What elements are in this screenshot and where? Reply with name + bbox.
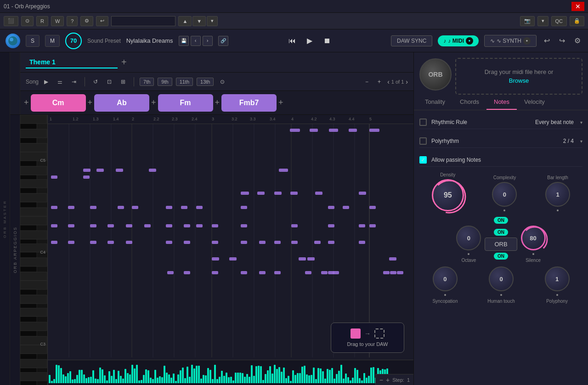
velocity-bar (182, 368, 184, 383)
polyphony-label: Polyphony (546, 299, 568, 304)
song-play-btn[interactable]: ▶ (41, 77, 51, 86)
note (107, 241, 114, 244)
add-theme-button[interactable]: + (121, 57, 127, 68)
settings-button[interactable]: ⚙ (572, 34, 582, 47)
octave-knob[interactable]: 0 (456, 226, 481, 250)
note (68, 206, 74, 209)
note (321, 271, 328, 274)
pattern-btn[interactable]: ⊡ (104, 77, 114, 86)
human-touch-knob[interactable]: 0 (489, 266, 514, 291)
preset-prev[interactable]: ‹ (191, 36, 201, 46)
thirteenth-btn[interactable]: 13th (197, 78, 214, 86)
zoom-in-btn[interactable]: + (375, 77, 384, 86)
r-button[interactable]: R (36, 16, 48, 26)
page-prev-btn[interactable]: ‹ (387, 78, 390, 85)
silence-knob[interactable]: 80 (521, 226, 546, 250)
velocity-bar (249, 377, 250, 383)
tab-velocity[interactable]: Velocity (517, 95, 552, 110)
toolbar-btn4[interactable]: ⚙ (80, 16, 93, 26)
tab-chords[interactable]: Chords (452, 95, 486, 110)
chord-add-btn-1[interactable]: + (86, 98, 95, 108)
ruler-42: 4.2 (311, 117, 317, 121)
synth-button[interactable]: ∿ ∿ SYNTH ● (484, 35, 537, 47)
toolbar-dropdown[interactable]: ▾ (537, 16, 548, 26)
complexity-dot (503, 209, 505, 211)
note (241, 224, 247, 227)
rhythmic-rule-checkbox[interactable] (419, 119, 427, 126)
midi-drop-area[interactable]: Drag your midi file here or Browse (455, 58, 582, 95)
chord-add-btn-3[interactable]: + (213, 98, 222, 108)
close-button[interactable]: ✕ (571, 2, 584, 11)
arrow-up[interactable]: ▲ (178, 16, 192, 26)
grid-btn[interactable]: ⊞ (118, 77, 128, 86)
chord-pill-fmb7[interactable]: Fmb7 (221, 94, 277, 112)
rhythmic-rule-dropdown[interactable]: ▾ (580, 120, 582, 125)
note (310, 129, 318, 132)
arrow-dropdown[interactable]: ▾ (207, 16, 218, 26)
chord-pill-ab[interactable]: Ab (94, 94, 149, 112)
zoom-out-btn[interactable]: − (362, 77, 371, 86)
w-button[interactable]: W (51, 16, 64, 26)
theme-tab[interactable]: Theme 1 (26, 57, 118, 68)
polyrhythm-checkbox[interactable] (419, 137, 427, 145)
orb-big-btn[interactable]: ORB (485, 238, 517, 251)
page-next-btn[interactable]: › (406, 78, 408, 85)
toolbar-search[interactable] (111, 16, 175, 26)
toolbar-lock[interactable]: 🔒 (570, 16, 584, 26)
help-button[interactable]: ? (67, 16, 78, 26)
step-plus-btn[interactable]: + (386, 376, 390, 384)
preset-next[interactable]: › (203, 36, 213, 46)
chord-add-btn-2[interactable]: + (149, 98, 158, 108)
polyrhythm-dropdown[interactable]: ▾ (580, 139, 582, 144)
drag-to-daw-label: Drag to your DAW (347, 341, 388, 347)
circle-btn[interactable]: ⊙ (217, 77, 227, 86)
midi-browse-link[interactable]: Browse (509, 77, 529, 84)
daw-sync-button[interactable]: DAW SYNC (391, 35, 432, 46)
refresh-btn[interactable]: ↺ (90, 77, 101, 86)
toolbar-icon1[interactable]: ⬛ (4, 16, 18, 26)
preset-save[interactable]: 💾 (179, 36, 189, 46)
midi-button[interactable]: ♪ ♪ MIDI ● (438, 35, 479, 46)
polyphony-value: 1 (555, 276, 559, 283)
velocity-bar (193, 368, 195, 383)
toolbar-camera[interactable]: 📷 (520, 16, 535, 26)
arrow-down[interactable]: ▼ (192, 16, 206, 26)
roll-area[interactable]: 1 1.2 1.3 1.4 2 2.2 2.3 2.4 3 3.2 3.3 3.… (48, 115, 413, 385)
bars-btn[interactable]: ⚌ (55, 77, 65, 86)
ninth-btn[interactable]: 9th (158, 78, 172, 86)
note (314, 241, 321, 244)
transport-stop[interactable]: ⏹ (321, 35, 334, 47)
tab-notes[interactable]: Notes (486, 95, 517, 110)
step-minus-btn[interactable]: − (379, 376, 383, 384)
velocity-bar (331, 368, 333, 383)
bpm-display[interactable]: 70 (65, 33, 82, 49)
chord-pill-cm[interactable]: Cm (31, 94, 86, 112)
polyphony-knob[interactable]: 1 (545, 266, 570, 291)
back-button[interactable]: ↩ (96, 16, 108, 26)
bar-length-knob[interactable]: 1 (545, 182, 570, 207)
undo-button[interactable]: ↩ (542, 34, 552, 47)
transport-start[interactable]: ⏮ (286, 35, 299, 47)
orb-circle[interactable]: ORB (419, 58, 452, 91)
redo-button[interactable]: ↪ (557, 34, 567, 47)
m-button[interactable]: M (45, 35, 60, 47)
export-btn[interactable]: ⇥ (69, 77, 79, 86)
divider1 (85, 77, 85, 86)
qc-button[interactable]: QC (551, 16, 567, 26)
chord-add-btn-4[interactable]: + (277, 98, 285, 108)
transport-play[interactable]: ▶ (304, 34, 315, 47)
drag-to-daw-popup[interactable]: → Drag to your DAW (331, 323, 404, 353)
density-knob[interactable]: 95 (432, 179, 464, 211)
syncopation-knob[interactable]: 0 (433, 266, 458, 291)
chord-add-before-btn[interactable]: + (22, 98, 31, 108)
allow-passing-checkbox[interactable]: ✓ (419, 156, 427, 164)
toolbar-icon2[interactable]: ⊙ (21, 16, 34, 26)
complexity-knob[interactable]: 0 (492, 182, 517, 207)
seventh-btn[interactable]: 7th (140, 78, 154, 86)
eleventh-btn[interactable]: 11th (176, 78, 193, 86)
tab-tonality[interactable]: Tonality (418, 95, 452, 110)
s-button[interactable]: S (26, 35, 40, 47)
chord-pill-fm[interactable]: Fm (158, 94, 213, 112)
polyrhythm-label: Polyrhythm (431, 138, 500, 144)
link-button[interactable]: 🔗 (218, 36, 228, 46)
